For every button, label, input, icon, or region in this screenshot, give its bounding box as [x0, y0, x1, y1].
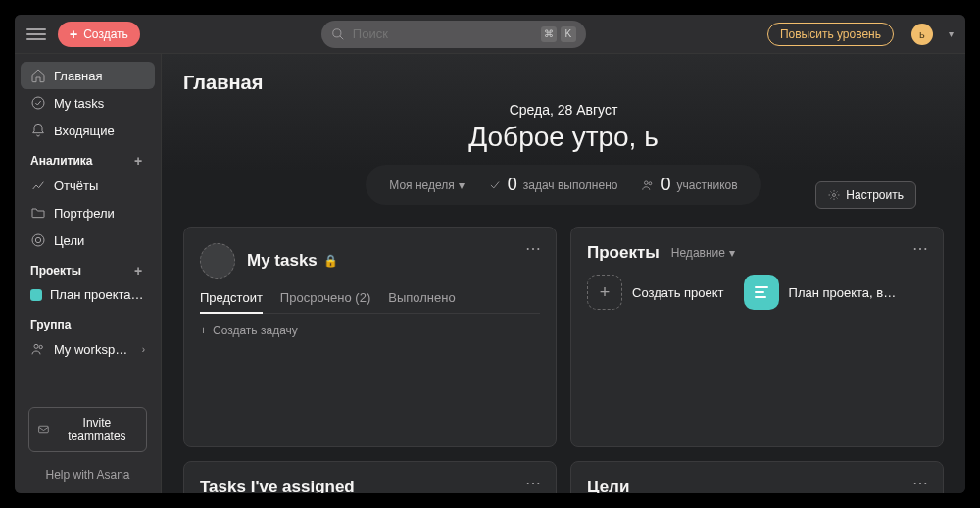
upgrade-button[interactable]: Повысить уровень	[767, 23, 894, 46]
plus-icon: +	[587, 275, 622, 310]
projects-filter[interactable]: Недавние▾	[671, 246, 735, 260]
project-icon	[744, 275, 779, 310]
chevron-right-icon: ›	[142, 344, 145, 355]
people-icon	[30, 341, 46, 357]
check-circle-icon	[30, 95, 46, 111]
stat-collaborators: 0участников	[641, 175, 737, 195]
stats-pill: Моя неделя▾ 0задач выполнено 0участников	[366, 165, 760, 205]
tab-upcoming[interactable]: Предстоит	[200, 290, 263, 305]
projects-title: Проекты	[587, 243, 660, 263]
invite-teammates-button[interactable]: Invite teammates	[28, 407, 147, 452]
mytasks-title[interactable]: My tasks	[247, 251, 318, 271]
svg-point-6	[39, 345, 42, 348]
greeting: Доброе утро, ь	[183, 122, 944, 153]
search-input[interactable]	[353, 26, 533, 41]
analytics-header[interactable]: Аналитика +	[21, 144, 155, 172]
goals-title: Цели	[587, 478, 927, 493]
widget-menu-icon[interactable]: ⋯	[912, 239, 929, 258]
svg-point-4	[35, 237, 40, 242]
widget-menu-icon[interactable]: ⋯	[912, 474, 929, 492]
target-icon	[30, 232, 46, 248]
svg-point-2	[32, 97, 44, 109]
sidebar-toggle[interactable]	[26, 25, 46, 44]
create-project-button[interactable]: + Создать проект	[587, 275, 724, 310]
projects-header[interactable]: Проекты +	[21, 254, 155, 281]
add-analytics-icon[interactable]: +	[131, 154, 145, 168]
home-icon	[30, 68, 46, 83]
lock-icon: 🔒	[323, 254, 338, 268]
settings-icon	[828, 189, 840, 201]
bell-icon	[30, 123, 46, 138]
svg-point-8	[645, 180, 649, 184]
chevron-down-icon: ▾	[459, 178, 465, 192]
projects-widget: ⋯ Проекты Недавние▾ + Создать проект	[570, 227, 944, 447]
nav-home[interactable]: Главная	[21, 62, 155, 89]
reports-icon	[30, 178, 46, 193]
svg-rect-7	[39, 426, 49, 433]
nav-workspace[interactable]: My workspace ›	[21, 335, 155, 363]
user-menu-chevron[interactable]: ▾	[949, 28, 954, 39]
page-title: Главная	[183, 72, 944, 94]
current-date: Среда, 28 Август	[183, 102, 944, 118]
mytasks-widget: ⋯ My tasks 🔒 Предстоит Просрочено (2) Вы…	[183, 227, 557, 447]
nav-inbox[interactable]: Входящие	[21, 117, 155, 144]
check-icon	[488, 178, 502, 192]
svg-line-1	[340, 35, 344, 39]
search-field[interactable]: ⌘ K	[321, 21, 586, 48]
user-avatar[interactable]: ь	[911, 24, 933, 45]
svg-point-0	[333, 28, 341, 36]
svg-point-10	[833, 194, 836, 197]
tab-done[interactable]: Выполнено	[388, 290, 455, 305]
nav-mytasks[interactable]: My tasks	[21, 89, 155, 117]
plus-icon: +	[200, 324, 207, 337]
week-filter[interactable]: Моя неделя▾	[389, 178, 464, 192]
assigned-widget: ⋯ Tasks I've assigned Upgrade to Asana S…	[183, 461, 557, 493]
widget-menu-icon[interactable]: ⋯	[525, 239, 542, 258]
add-project-icon[interactable]: +	[131, 264, 145, 278]
nav-goals[interactable]: Цели	[21, 227, 155, 254]
svg-point-9	[649, 181, 652, 184]
create-task-button[interactable]: + Создать задачу	[200, 324, 540, 337]
widget-menu-icon[interactable]: ⋯	[525, 474, 542, 492]
people-icon	[641, 178, 655, 192]
svg-point-3	[32, 234, 44, 246]
assigned-title: Tasks I've assigned	[200, 478, 540, 493]
nav-portfolios[interactable]: Портфели	[21, 199, 155, 227]
help-link[interactable]: Help with Asana	[21, 460, 155, 485]
chevron-down-icon: ▾	[729, 246, 735, 260]
project-color-icon	[30, 289, 42, 301]
folder-icon	[30, 205, 46, 221]
nav-reports[interactable]: Отчёты	[21, 172, 155, 199]
stat-tasks-done: 0задач выполнено	[488, 175, 618, 195]
svg-point-5	[34, 344, 38, 348]
goals-widget: ⋯ Цели Try Advanced to make traction on …	[570, 461, 944, 493]
project-item[interactable]: План проекта, выполняе...	[744, 275, 897, 310]
create-button[interactable]: Создать	[58, 22, 140, 47]
customize-button[interactable]: Настроить	[815, 181, 916, 209]
search-icon	[331, 27, 345, 41]
search-shortcut: ⌘ K	[541, 26, 576, 42]
tab-overdue[interactable]: Просрочено (2)	[280, 290, 370, 305]
group-header[interactable]: Группа	[21, 308, 155, 335]
user-avatar-placeholder[interactable]	[200, 243, 235, 279]
mail-icon	[37, 423, 50, 436]
sidebar-project-item[interactable]: План проекта, выполняемого в одиночку	[21, 281, 155, 308]
